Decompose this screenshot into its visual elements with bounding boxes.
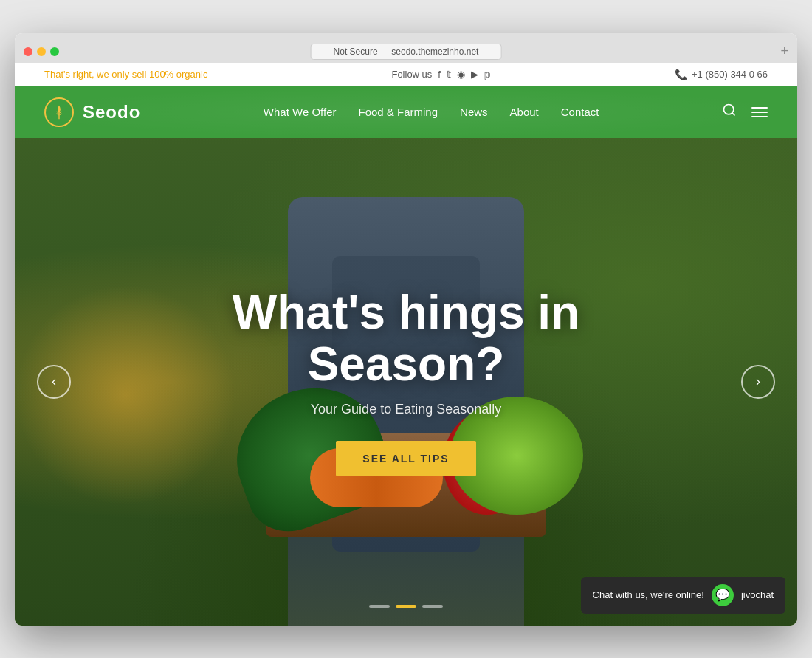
main-navbar: Seodo What We Offer Food & Farming News … — [15, 86, 797, 138]
slider-dot-3[interactable] — [422, 605, 443, 608]
nav-contact[interactable]: Contact — [561, 106, 599, 118]
top-bar: That's right, we only sell 100% organic … — [15, 63, 797, 86]
svg-line-1 — [732, 113, 735, 116]
pinterest-icon[interactable]: 𝕡 — [484, 69, 491, 80]
close-button[interactable] — [24, 47, 32, 56]
slider-dot-2[interactable] — [396, 605, 416, 608]
traffic-lights — [24, 47, 59, 56]
hero-content: What's hings in Season? Your Guide to Ea… — [210, 287, 602, 477]
address-bar[interactable]: Not Secure — seodo.themezinho.net — [311, 44, 502, 60]
nav-food-farming[interactable]: Food & Farming — [359, 106, 438, 118]
website-content: That's right, we only sell 100% organic … — [15, 63, 797, 626]
slider-next-button[interactable]: › — [741, 365, 775, 399]
browser-window: Not Secure — seodo.themezinho.net + That… — [15, 33, 797, 626]
menu-line-1 — [751, 107, 768, 109]
social-icons: f 𝕥 ◉ ▶ 𝕡 — [438, 69, 491, 80]
jivochat-text: Chat with us, we're online! — [593, 589, 704, 600]
hero-title: What's hings in Season? — [210, 287, 602, 391]
browser-chrome: Not Secure — seodo.themezinho.net + — [15, 33, 797, 63]
search-button[interactable] — [722, 103, 737, 121]
hero-section: What's hings in Season? Your Guide to Ea… — [15, 138, 797, 626]
phone-section: 📞 +1 (850) 344 0 66 — [675, 69, 768, 80]
menu-line-2 — [751, 112, 768, 113]
facebook-icon[interactable]: f — [438, 69, 441, 80]
nav-right-actions — [722, 103, 768, 121]
nav-about[interactable]: About — [510, 106, 539, 118]
youtube-icon[interactable]: ▶ — [471, 69, 478, 80]
nav-what-we-offer[interactable]: What We Offer — [264, 106, 337, 118]
social-follow: Follow us f 𝕥 ◉ ▶ 𝕡 — [391, 69, 491, 80]
maximize-button[interactable] — [50, 47, 59, 56]
slider-dot-1[interactable] — [369, 605, 390, 608]
logo-icon — [44, 97, 74, 127]
phone-icon: 📞 — [675, 69, 687, 80]
slider-prev-button[interactable]: ‹ — [37, 365, 71, 399]
logo-text: Seodo — [83, 102, 140, 123]
jivochat-icon: 💬 — [712, 584, 734, 606]
twitter-icon[interactable]: 𝕥 — [447, 69, 451, 80]
jivochat-brand: jivochat — [741, 589, 774, 600]
hero-subtitle: Your Guide to Eating Seasonally — [210, 402, 602, 417]
follow-label: Follow us — [391, 69, 432, 80]
logo-area[interactable]: Seodo — [44, 97, 140, 127]
slider-dots — [369, 605, 443, 608]
instagram-icon[interactable]: ◉ — [457, 69, 465, 80]
phone-number: +1 (850) 344 0 66 — [692, 69, 768, 80]
hamburger-menu-button[interactable] — [751, 107, 768, 117]
new-tab-button[interactable]: + — [780, 44, 788, 59]
nav-links: What We Offer Food & Farming News About … — [264, 106, 599, 118]
nav-news[interactable]: News — [460, 106, 488, 118]
jivochat-widget[interactable]: Chat with us, we're online! 💬 jivochat — [581, 577, 785, 614]
see-all-tips-button[interactable]: SEE ALL TIPS — [336, 441, 475, 476]
minimize-button[interactable] — [37, 47, 46, 56]
svg-point-0 — [724, 105, 734, 114]
menu-line-3 — [751, 116, 768, 117]
promo-text: That's right, we only sell 100% organic — [44, 69, 207, 80]
